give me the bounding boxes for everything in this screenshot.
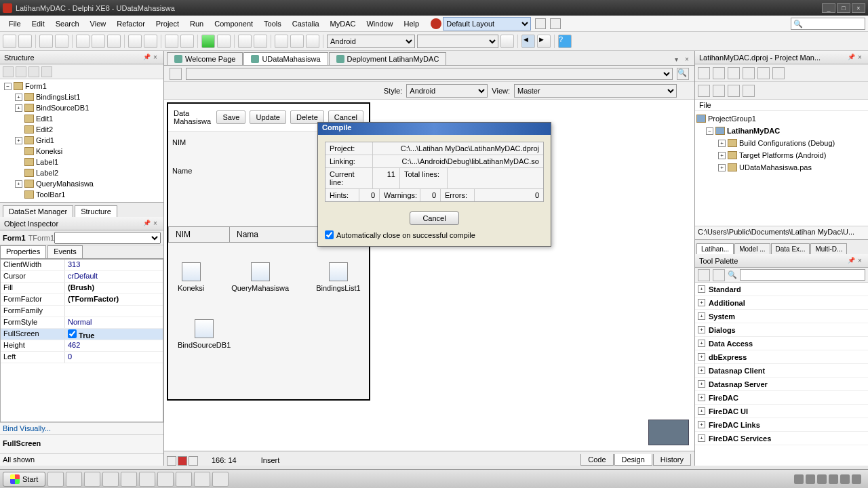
view-combo[interactable]: Master: [514, 84, 677, 98]
tab-close-icon[interactable]: ×: [682, 56, 692, 65]
target-combo[interactable]: Android: [327, 35, 415, 48]
struct-btn[interactable]: [28, 66, 39, 77]
autoclose-checkbox[interactable]: [325, 230, 334, 239]
component-query[interactable]: QueryMahasiswa: [231, 262, 289, 292]
palette-list[interactable]: +Standard+Additional+System+Dialogs+Data…: [695, 283, 868, 466]
tree-node[interactable]: Label1: [36, 158, 58, 166]
proj-btn[interactable]: [713, 67, 725, 79]
tab-structure[interactable]: Structure: [75, 205, 117, 217]
tb-btn[interactable]: [180, 35, 194, 48]
refresh-device-button[interactable]: [500, 35, 514, 48]
menu-run[interactable]: Run: [185, 18, 208, 30]
struct-btn[interactable]: [16, 66, 26, 77]
tree-node[interactable]: Koneksi: [36, 147, 62, 155]
back-button[interactable]: ◄: [521, 35, 535, 48]
tree-node[interactable]: ToolBar1: [36, 190, 65, 199]
tab-history[interactable]: History: [653, 454, 691, 466]
tb-btn[interactable]: [165, 35, 178, 48]
structure-tree[interactable]: −Form1 +BindingsList1 +BindSourceDB1 Edi…: [0, 79, 163, 202]
close-icon[interactable]: ×: [856, 54, 864, 61]
tree-node[interactable]: Edit2: [36, 125, 53, 134]
tree-expand-icon[interactable]: +: [15, 137, 22, 144]
menu-file[interactable]: File: [4, 18, 26, 30]
menu-view[interactable]: View: [85, 18, 111, 30]
menu-help[interactable]: Help: [399, 18, 425, 30]
grid-col[interactable]: NIM: [169, 227, 230, 242]
component-bindingslist[interactable]: BindingsList1: [316, 262, 360, 292]
bind-visually-link[interactable]: Bind Visually...: [0, 422, 163, 434]
menu-component[interactable]: Component: [210, 18, 258, 30]
toolbar-save-button[interactable]: Save: [216, 110, 245, 124]
layout-combo[interactable]: Default Layout: [443, 17, 531, 30]
saveall-button[interactable]: [55, 35, 68, 48]
taskbar-app[interactable]: [121, 472, 137, 487]
tree-node[interactable]: Grid1: [36, 136, 54, 144]
search-icon[interactable]: 🔍: [677, 68, 689, 80]
tray-icon[interactable]: [817, 474, 827, 484]
tree-expand-icon[interactable]: +: [15, 104, 22, 112]
tray-icon[interactable]: [794, 474, 804, 484]
taskbar-app[interactable]: [139, 472, 155, 487]
style-combo[interactable]: Android: [406, 84, 488, 98]
tree-node[interactable]: Target Platforms (Android): [739, 151, 826, 159]
close-icon[interactable]: ×: [151, 220, 159, 227]
tb-btn[interactable]: [92, 35, 105, 48]
tray-icon[interactable]: [852, 474, 861, 484]
pause-button[interactable]: [238, 35, 252, 48]
pin-icon[interactable]: 📌: [143, 54, 151, 62]
tray-icon[interactable]: [829, 474, 838, 484]
step-button[interactable]: [290, 35, 304, 48]
nav-back-icon[interactable]: [170, 68, 182, 80]
menu-mydac[interactable]: MyDAC: [326, 18, 361, 30]
tb-btn[interactable]: [76, 35, 90, 48]
start-button[interactable]: Start: [3, 472, 45, 487]
palette-search[interactable]: [740, 269, 865, 281]
device-combo[interactable]: [417, 35, 498, 48]
ide-search[interactable]: 🔍: [791, 18, 865, 30]
pin-icon[interactable]: 📌: [143, 220, 151, 228]
tb-btn[interactable]: [144, 35, 157, 48]
tab-properties[interactable]: Properties: [0, 245, 46, 258]
proj-btn[interactable]: [743, 85, 755, 97]
tray-icon[interactable]: [806, 474, 815, 484]
project-tree[interactable]: ProjectGroup1 −LatihanMyDAC +Build Confi…: [695, 111, 868, 226]
tree-node[interactable]: Label2: [36, 169, 58, 177]
tree-node[interactable]: BindingsList1: [36, 93, 80, 101]
pal-btn[interactable]: [698, 269, 710, 281]
stop-icon[interactable]: [431, 18, 441, 29]
stop-button[interactable]: [254, 35, 267, 48]
proj-tab[interactable]: Data Ex...: [771, 243, 810, 254]
taskbar-app[interactable]: [102, 472, 119, 487]
proj-btn[interactable]: [713, 85, 725, 97]
tree-collapse-icon[interactable]: −: [706, 127, 713, 135]
save-button[interactable]: [39, 35, 53, 48]
menu-castalia[interactable]: Castalia: [288, 18, 324, 30]
taskbar-app[interactable]: [176, 472, 192, 487]
tab-code[interactable]: Code: [580, 454, 613, 466]
tb-btn[interactable]: [128, 35, 142, 48]
tree-expand-icon[interactable]: +: [718, 152, 726, 159]
menu-edit[interactable]: Edit: [27, 18, 50, 30]
new-button[interactable]: [3, 35, 16, 48]
pal-btn[interactable]: [713, 269, 725, 281]
close-button[interactable]: ×: [852, 3, 865, 13]
tree-node[interactable]: Form1: [25, 82, 47, 90]
proj-btn[interactable]: [743, 67, 755, 79]
proj-btn[interactable]: [728, 85, 740, 97]
tree-node[interactable]: Edit1: [36, 115, 53, 123]
property-grid[interactable]: ClientWidth313CursorcrDefaultFill(Brush)…: [0, 259, 163, 422]
object-selector[interactable]: [54, 232, 161, 244]
menu-refactor[interactable]: Refactor: [112, 18, 150, 30]
close-icon[interactable]: ×: [856, 257, 864, 264]
struct-btn[interactable]: [41, 66, 52, 77]
dialog-cancel-button[interactable]: Cancel: [410, 211, 458, 225]
macro-play-icon[interactable]: [167, 456, 176, 466]
designer-thumbnail[interactable]: [648, 420, 689, 445]
tree-node[interactable]: Build Configurations (Debug): [739, 139, 835, 147]
step-button[interactable]: [275, 35, 288, 48]
proj-tab[interactable]: Model ...: [734, 243, 770, 254]
open-button[interactable]: [18, 35, 32, 48]
proj-btn[interactable]: [698, 67, 710, 79]
tab-unit[interactable]: UDataMahasiswa: [243, 52, 328, 65]
taskbar-app[interactable]: [84, 472, 100, 487]
